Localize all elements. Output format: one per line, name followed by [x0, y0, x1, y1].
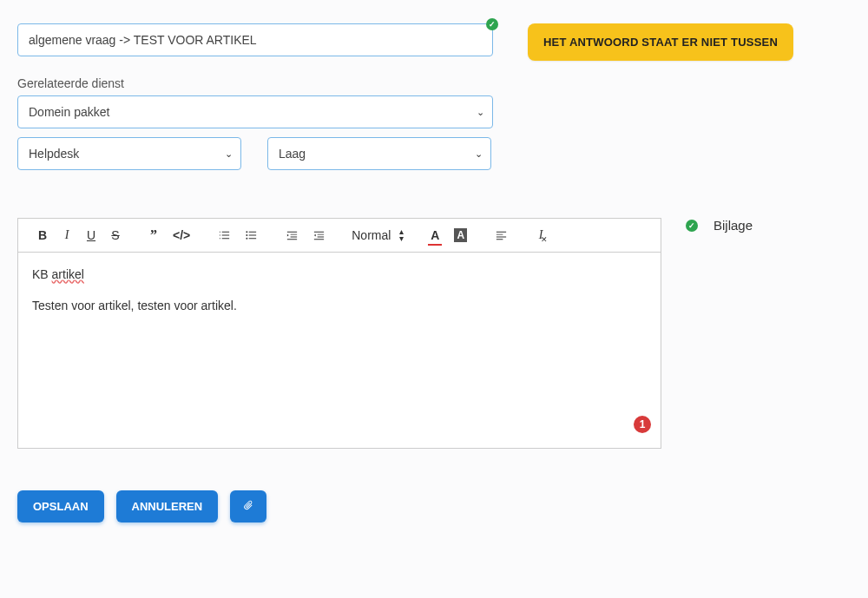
subject-input[interactable] [17, 23, 493, 56]
underline-button[interactable]: U [82, 225, 100, 246]
cancel-button[interactable]: ANNULEREN [116, 490, 219, 522]
misspelled-word: artikel [52, 267, 84, 281]
attach-button[interactable] [230, 490, 266, 522]
indent-button[interactable] [309, 226, 329, 246]
format-select[interactable]: Normal ▴▾ [343, 228, 412, 242]
no-answer-button[interactable]: HET ANTWOORD STAAT ER NIET TUSSEN [528, 23, 793, 61]
attachment-label: Bijlage [713, 218, 753, 233]
font-color-button[interactable]: A [426, 225, 444, 246]
background-color-button[interactable]: A [450, 225, 470, 246]
paperclip-icon [242, 499, 254, 511]
outdent-button[interactable] [282, 226, 302, 246]
unordered-list-button[interactable] [241, 226, 261, 246]
priority-select[interactable]: Laag [267, 137, 491, 170]
related-service-label: Gerelateerde dienst [17, 76, 851, 90]
rich-text-editor: B I U S ” </> [17, 218, 661, 449]
quote-button[interactable]: ” [145, 224, 162, 246]
editor-text: KB [32, 267, 52, 281]
editor-text: Testen voor artikel, testen voor artikel… [32, 296, 647, 315]
svg-point-0 [247, 231, 248, 233]
editor-content[interactable]: KB artikel Testen voor artikel, testen v… [18, 253, 661, 448]
updown-icon: ▴▾ [399, 228, 404, 242]
department-select[interactable]: Helpdesk [17, 137, 241, 170]
svg-point-1 [247, 234, 248, 236]
bold-button[interactable]: B [34, 225, 51, 246]
svg-point-2 [247, 237, 248, 239]
save-button[interactable]: OPSLAAN [17, 490, 104, 522]
italic-button[interactable]: I [58, 225, 76, 246]
align-button[interactable] [491, 226, 511, 246]
editor-toolbar: B I U S ” </> [18, 219, 661, 253]
code-button[interactable]: </> [169, 225, 194, 246]
clear-format-button[interactable]: I✕ [532, 225, 549, 246]
strike-button[interactable]: S [107, 225, 124, 246]
ordered-list-button[interactable] [214, 226, 234, 246]
check-icon [486, 18, 498, 30]
format-label: Normal [352, 228, 391, 242]
check-icon [686, 220, 698, 232]
notification-badge[interactable]: 1 [634, 416, 651, 433]
related-service-select[interactable]: Domein pakket [17, 95, 493, 128]
